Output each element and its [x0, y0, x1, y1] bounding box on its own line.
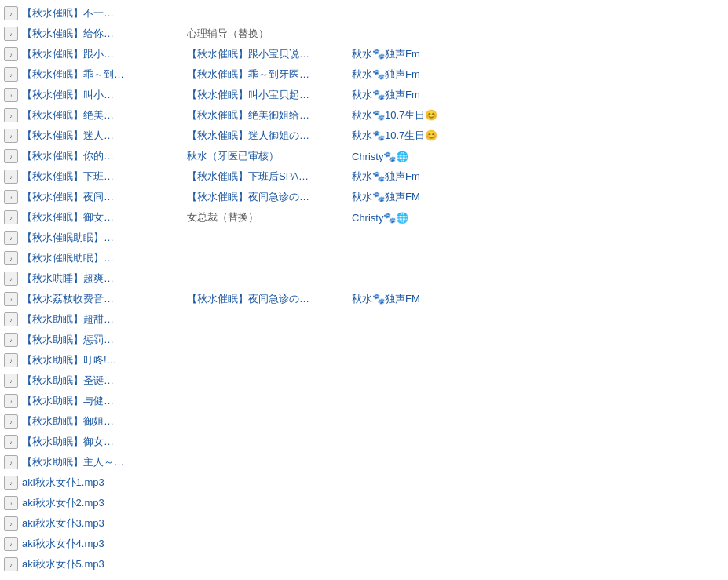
file-album: 心理辅导（替换）: [187, 27, 344, 41]
mp3-icon: ♪: [3, 148, 19, 164]
file-artist: 秋水🐾独声Fm: [352, 170, 509, 184]
mp3-icon: ♪: [3, 250, 19, 266]
mp3-icon: ♪: [3, 291, 19, 307]
file-artist: 秋水🐾独声Fm: [352, 47, 509, 61]
list-item[interactable]: ♪aki秋水女仆1.mp3: [0, 472, 728, 493]
list-item[interactable]: ♪aki秋水女仆5.mp3: [0, 554, 728, 575]
file-name: 【秋水催眠】乖～到…: [22, 67, 179, 82]
mp3-icon: ♪: [3, 128, 19, 144]
file-name: 【秋水助眠】惩罚…: [22, 333, 179, 347]
list-item[interactable]: ♪【秋水催眠】跟小…【秋水催眠】跟小宝贝说…秋水🐾独声Fm: [0, 44, 728, 64]
list-item[interactable]: ♪【秋水催眠】叫小…【秋水催眠】叫小宝贝起…秋水🐾独声Fm: [0, 85, 728, 105]
file-name: aki秋水女仆5.mp3: [22, 557, 179, 571]
mp3-icon: ♪: [3, 373, 19, 388]
mp3-icon: ♪: [3, 414, 19, 429]
file-album: 【秋水催眠】叫小宝贝起…: [187, 88, 344, 102]
file-name: 【秋水催眠】夜间…: [22, 190, 179, 204]
list-item[interactable]: ♪【秋水催眠助眠】…: [0, 248, 728, 268]
file-album: 【秋水催眠】下班后SPA…: [187, 170, 344, 184]
list-item[interactable]: ♪【秋水催眠】不一…: [0, 3, 728, 24]
file-name: 【秋水催眠】不一…: [22, 6, 179, 20]
file-album: 【秋水催眠】夜间急诊の…: [187, 190, 344, 204]
mp3-icon: ♪: [3, 516, 19, 531]
list-item[interactable]: ♪aki秋水女仆3.mp3: [0, 513, 728, 534]
file-name: 【秋水助眠】主人～…: [22, 455, 179, 469]
file-artist: Christy🐾🌐: [352, 151, 509, 162]
list-item[interactable]: ♪aki秋水女仆2.mp3: [0, 493, 728, 513]
file-name: 【秋水哄睡】超爽…: [22, 272, 179, 286]
list-item[interactable]: ♪【秋水助眠】叮咚!…: [0, 350, 728, 370]
mp3-icon: ♪: [3, 332, 19, 348]
list-item[interactable]: ♪【秋水催眠助眠】…: [0, 228, 728, 248]
list-item[interactable]: ♪【秋水催眠】乖～到…【秋水催眠】乖～到牙医…秋水🐾独声Fm: [0, 64, 728, 85]
list-item[interactable]: ♪【秋水助眠】与健…: [0, 391, 728, 411]
list-item[interactable]: ♪【秋水哄睡】超爽…: [0, 268, 728, 289]
mp3-icon: ♪: [3, 210, 19, 225]
file-artist: 秋水🐾独声FM: [352, 292, 509, 306]
list-item[interactable]: ♪【秋水催眠】御女…女总裁（替换）Christy🐾🌐: [0, 207, 728, 228]
file-name: 【秋水催眠】御女…: [22, 210, 179, 224]
file-album: 秋水（牙医已审核）: [187, 149, 344, 163]
file-name: 【秋水催眠】迷人…: [22, 129, 179, 143]
file-album: 【秋水催眠】绝美御姐给…: [187, 108, 344, 122]
list-item[interactable]: ♪aki秋水女仆4.mp3: [0, 534, 728, 554]
mp3-icon: ♪: [3, 312, 19, 327]
file-artist: 秋水🐾独声Fm: [352, 67, 509, 82]
mp3-icon: ♪: [3, 5, 19, 21]
file-name: aki秋水女仆3.mp3: [22, 516, 179, 531]
file-artist: Christy🐾🌐: [352, 212, 509, 224]
file-name: 【秋水催眠】绝美…: [22, 108, 179, 122]
file-album: 【秋水催眠】夜间急诊の…: [187, 292, 344, 306]
mp3-icon: ♪: [3, 556, 19, 572]
mp3-icon: ♪: [3, 271, 19, 286]
list-item[interactable]: ♪【秋水助眠】主人～…: [0, 452, 728, 472]
file-artist: 秋水🐾10.7生日😊: [352, 108, 509, 122]
mp3-icon: ♪: [3, 495, 19, 511]
list-item[interactable]: ♪【秋水催眠】你的…秋水（牙医已审核）Christy🐾🌐: [0, 146, 728, 166]
file-album: 女总裁（替换）: [187, 210, 344, 224]
mp3-icon: ♪: [3, 352, 19, 368]
list-item[interactable]: ♪【秋水催眠】绝美…【秋水催眠】绝美御姐给…秋水🐾10.7生日😊: [0, 105, 728, 126]
mp3-icon: ♪: [3, 536, 19, 552]
mp3-icon: ♪: [3, 108, 19, 123]
mp3-icon: ♪: [3, 393, 19, 409]
mp3-icon: ♪: [3, 434, 19, 450]
file-artist: 秋水🐾10.7生日😊: [352, 129, 509, 143]
mp3-icon: ♪: [3, 189, 19, 205]
list-item[interactable]: ♪【秋水催眠】给你…心理辅导（替换）: [0, 24, 728, 44]
mp3-icon: ♪: [3, 169, 19, 184]
list-item[interactable]: ♪【秋水助眠】惩罚…: [0, 330, 728, 350]
file-name: 【秋水催眠】给你…: [22, 27, 179, 41]
file-name: 【秋水助眠】御姐…: [22, 414, 179, 429]
list-item[interactable]: ♪【秋水催眠】迷人…【秋水催眠】迷人御姐の…秋水🐾10.7生日😊: [0, 126, 728, 146]
list-item[interactable]: ♪【秋水助眠】御女…: [0, 432, 728, 452]
mp3-icon: ♪: [3, 475, 19, 491]
file-name: 【秋水催眠】叫小…: [22, 88, 179, 102]
list-item[interactable]: ♪【秋水催眠】夜间…【秋水催眠】夜间急诊の…秋水🐾独声FM: [0, 187, 728, 207]
file-list: ♪【秋水催眠】不一…♪【秋水催眠】给你…心理辅导（替换）♪【秋水催眠】跟小…【秋…: [0, 0, 728, 578]
file-name: 【秋水催眠助眠】…: [22, 251, 179, 265]
file-artist: 秋水🐾独声FM: [352, 190, 509, 204]
file-name: 【秋水催眠】下班…: [22, 170, 179, 184]
mp3-icon: ♪: [3, 87, 19, 103]
mp3-icon: ♪: [3, 230, 19, 246]
file-name: aki秋水女仆2.mp3: [22, 496, 179, 510]
file-name: 【秋水催眠助眠】…: [22, 231, 179, 245]
list-item[interactable]: ♪【秋水催眠】下班…【秋水催眠】下班后SPA…秋水🐾独声Fm: [0, 166, 728, 187]
mp3-icon: ♪: [3, 26, 19, 42]
file-album: 【秋水催眠】乖～到牙医…: [187, 67, 344, 82]
list-item[interactable]: ♪【秋水荔枝收费音…【秋水催眠】夜间急诊の…秋水🐾独声FM: [0, 289, 728, 309]
file-name: 【秋水助眠】超甜…: [22, 312, 179, 326]
file-name: 【秋水助眠】御女…: [22, 435, 179, 449]
list-item[interactable]: ♪【秋水助眠】超甜…: [0, 309, 728, 330]
file-album: 【秋水催眠】迷人御姐の…: [187, 129, 344, 143]
list-item[interactable]: ♪【秋水助眠】圣诞…: [0, 370, 728, 391]
file-name: 【秋水催眠】你的…: [22, 149, 179, 163]
file-name: 【秋水助眠】叮咚!…: [22, 353, 179, 367]
file-name: 【秋水助眠】与健…: [22, 394, 179, 408]
mp3-icon: ♪: [3, 67, 19, 82]
file-name: 【秋水荔枝收费音…: [22, 292, 179, 306]
file-artist: 秋水🐾独声Fm: [352, 88, 509, 102]
list-item[interactable]: ♪【秋水助眠】御姐…: [0, 411, 728, 432]
mp3-icon: ♪: [3, 46, 19, 62]
